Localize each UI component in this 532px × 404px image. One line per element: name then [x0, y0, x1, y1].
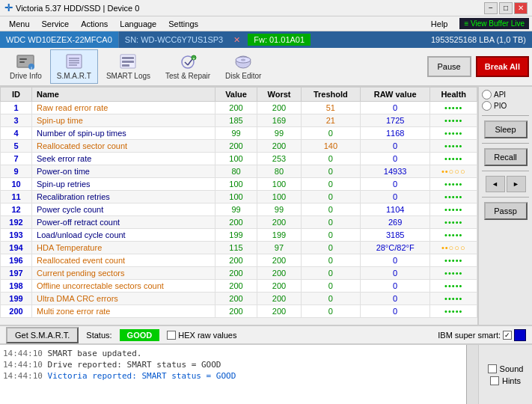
drive-tab-0[interactable]: WDC WD10EZEX-22MFCA0: [0, 31, 119, 48]
prev-button[interactable]: ◄: [486, 176, 505, 192]
row-threshold: 0: [301, 127, 360, 140]
divider-3: [482, 171, 529, 171]
row-worst: 100: [257, 178, 302, 191]
row-raw: 28°C/82°F: [360, 242, 430, 254]
col-raw: RAW value: [360, 88, 430, 102]
row-health: •••••: [430, 191, 477, 203]
row-health: •••••: [430, 216, 477, 229]
row-raw: 0: [360, 153, 430, 165]
row-threshold: 0: [301, 229, 360, 242]
row-worst: 99: [257, 203, 302, 216]
status-bar: Get S.M.A.R.T. Status: GOOD HEX raw valu…: [0, 325, 532, 344]
get-smart-button[interactable]: Get S.M.A.R.T.: [6, 327, 79, 343]
test-repair-label: Test & Repair: [165, 72, 210, 80]
row-raw: 3185: [360, 229, 430, 242]
svg-line-15: [185, 62, 188, 65]
divider-2: [482, 143, 529, 144]
row-worst: 200: [257, 102, 302, 114]
row-threshold: 0: [301, 191, 360, 203]
menu-item-help[interactable]: Help: [425, 18, 454, 30]
break-all-button[interactable]: Break All: [476, 56, 529, 77]
log-scrollbar[interactable]: [466, 345, 478, 404]
log-time: 14:44:10: [3, 349, 43, 358]
row-health: •••••: [430, 140, 477, 153]
row-worst: 253: [257, 153, 302, 165]
hex-label: HEX raw values: [178, 331, 236, 340]
row-name: Ultra DMA CRC errors: [32, 293, 215, 305]
hex-raw-check[interactable]: HEX raw values: [167, 331, 236, 340]
log-entry: 14:44:10 Drive reported: SMART status = …: [3, 359, 463, 370]
ibm-checkbox[interactable]: ✓: [503, 331, 512, 340]
sound-row: Sound: [488, 364, 524, 373]
row-name: Recalibration retries: [32, 191, 215, 203]
passp-button[interactable]: Passp: [484, 202, 528, 220]
ibm-blue-box[interactable]: [514, 329, 526, 341]
drive-info-icon: i: [15, 53, 36, 71]
menu-item-service[interactable]: Service: [36, 18, 76, 30]
hints-label: Hints: [502, 376, 521, 385]
smart-logs-icon: [117, 53, 138, 71]
drive-info-button[interactable]: i Drive Info: [3, 49, 49, 84]
recall-button[interactable]: Recall: [484, 148, 528, 166]
menu-item-settings[interactable]: Settings: [162, 18, 204, 30]
pause-button[interactable]: Pause: [427, 56, 471, 77]
pio-radio[interactable]: [482, 101, 492, 111]
col-name: Name: [32, 88, 215, 102]
menu-item-menu[interactable]: Menu: [3, 18, 36, 30]
row-threshold: 0: [301, 293, 360, 305]
status-value: GOOD: [120, 329, 160, 341]
col-health: Health: [430, 88, 477, 102]
test-repair-button[interactable]: + Test & Repair: [159, 49, 217, 84]
row-value: 100: [215, 191, 257, 203]
drive-sn: SN: WD-WCC6Y7US1SP3: [119, 34, 229, 46]
row-health: •••••: [430, 178, 477, 191]
row-worst: 169: [257, 114, 302, 127]
close-button[interactable]: ✕: [514, 2, 528, 14]
table-row: 192Power-off retract count2002000269••••…: [1, 216, 477, 229]
maximize-button[interactable]: □: [499, 2, 513, 14]
svg-text:+: +: [193, 56, 195, 61]
smart-button[interactable]: S.M.A.R.T: [50, 49, 98, 84]
view-buffer-btn[interactable]: ≡ View Buffer Live: [459, 18, 529, 29]
svg-rect-13: [122, 64, 129, 67]
disk-editor-button[interactable]: Disk Editor: [218, 49, 268, 84]
api-pio-group: API PIO: [482, 90, 529, 111]
log-content: 14:44:10 SMART base updated.14:44:10 Dri…: [0, 345, 466, 404]
row-threshold: 140: [301, 140, 360, 153]
row-id: 200: [1, 305, 32, 318]
api-radio[interactable]: [482, 90, 492, 100]
ibm-check-group: IBM super smart: ✓: [438, 329, 526, 341]
hex-checkbox[interactable]: [167, 331, 176, 340]
smart-logs-button[interactable]: SMART Logs: [100, 49, 157, 84]
row-threshold: 0: [301, 216, 360, 229]
test-repair-icon: +: [177, 53, 198, 71]
menu-item-language[interactable]: Language: [114, 18, 162, 30]
sound-checkbox[interactable]: [488, 364, 497, 373]
drive-tab-close[interactable]: ✕: [229, 35, 245, 45]
row-name: Reallocated event count: [32, 254, 215, 267]
menu-item-actions[interactable]: Actions: [75, 18, 114, 30]
row-id: 11: [1, 191, 32, 203]
row-id: 9: [1, 165, 32, 178]
row-id: 192: [1, 216, 32, 229]
row-value: 115: [215, 242, 257, 254]
row-raw: 0: [360, 267, 430, 280]
hints-checkbox[interactable]: [490, 376, 499, 385]
sleep-button[interactable]: Sleep: [484, 120, 528, 138]
svg-rect-2: [19, 61, 25, 63]
row-threshold: 0: [301, 254, 360, 267]
smart-table: ID Name Value Worst Treshold RAW value H…: [0, 87, 477, 318]
row-name: Power cycle count: [32, 203, 215, 216]
col-id: ID: [1, 88, 32, 102]
row-value: 80: [215, 165, 257, 178]
row-worst: 200: [257, 267, 302, 280]
drive-tab-bar: WDC WD10EZEX-22MFCA0 SN: WD-WCC6Y7US1SP3…: [0, 31, 532, 48]
minimize-button[interactable]: −: [484, 2, 498, 14]
table-row: 193Load/unload cycle count19919903185•••…: [1, 229, 477, 242]
row-health: •••••: [430, 254, 477, 267]
row-name: Spin-up time: [32, 114, 215, 127]
svg-line-16: [188, 59, 192, 65]
next-button[interactable]: ►: [507, 176, 526, 192]
hints-row: Hints: [490, 376, 521, 385]
row-id: 1: [1, 102, 32, 114]
